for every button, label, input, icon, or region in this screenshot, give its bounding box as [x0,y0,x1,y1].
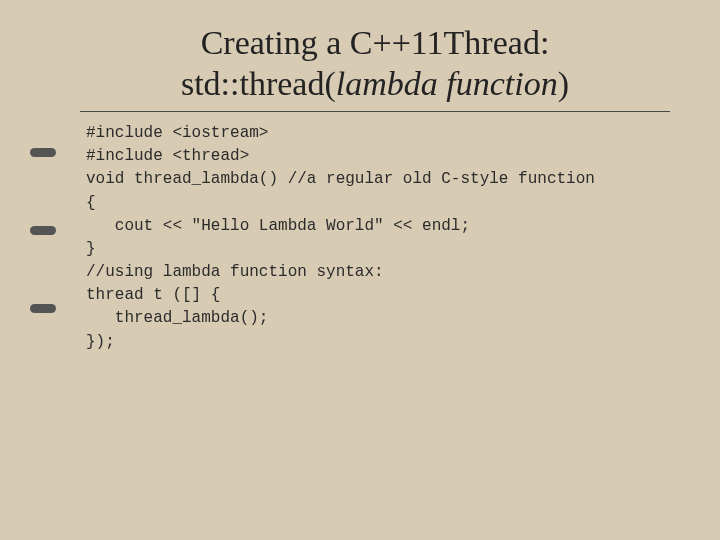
title-suffix: ) [558,65,569,102]
code-line: thread t ([] { [86,286,220,304]
code-block: #include <iostream> #include <thread> vo… [80,122,670,354]
code-line: thread_lambda(); [86,309,268,327]
code-line: }); [86,333,115,351]
title-italic-part: lambda function [336,65,558,102]
title-line-1: Creating a C++11Thread: [80,22,670,63]
title-line-2: std::thread(lambda function) [80,63,670,104]
code-line: void thread_lambda() //a regular old C-s… [86,170,595,188]
code-line: cout << "Hello Lambda World" << endl; [86,217,470,235]
slide: Creating a C++11Thread: std::thread(lamb… [0,0,720,540]
title-prefix: std::thread( [181,65,336,102]
code-line: { [86,194,96,212]
code-line: } [86,240,96,258]
code-line: #include <iostream> [86,124,268,142]
code-line: //using lambda function syntax: [86,263,384,281]
binder-hole-decoration [30,148,56,157]
slide-title: Creating a C++11Thread: std::thread(lamb… [80,22,670,112]
binder-hole-decoration [30,226,56,235]
code-line: #include <thread> [86,147,249,165]
binder-hole-decoration [30,304,56,313]
